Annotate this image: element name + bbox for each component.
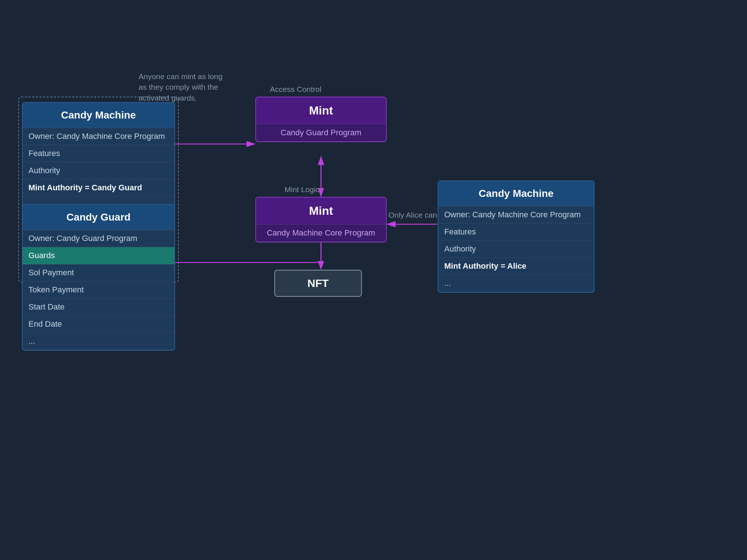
nft-title: NFT xyxy=(275,271,361,296)
row-ellipsis-cg: ... xyxy=(23,333,174,350)
row-authority-right: Authority xyxy=(438,241,594,258)
row-start-date: Start Date xyxy=(23,299,174,316)
row-mint-authority-candy-guard: Mint Authority = Candy Guard xyxy=(23,179,174,197)
row-sol-payment: Sol Payment xyxy=(23,264,174,281)
row-owner-cm-right: Owner: Candy Machine Core Program xyxy=(438,206,594,223)
row-authority-left: Authority xyxy=(23,162,174,179)
mint-bottom-subtitle: Candy Machine Core Program xyxy=(256,225,386,242)
mint-top-title: Mint xyxy=(256,97,386,124)
row-ellipsis-cm-right: ... xyxy=(438,275,594,292)
candy-guard-card: Candy Guard Owner: Candy Guard Program G… xyxy=(22,204,175,351)
candy-machine-left-title: Candy Machine xyxy=(23,103,174,128)
mint-logic-label: Mint Logic xyxy=(285,184,320,195)
mint-bottom-body: Candy Machine Core Program xyxy=(256,224,386,242)
row-mint-authority-alice: Mint Authority = Alice xyxy=(438,258,594,275)
row-guards: Guards xyxy=(23,247,174,264)
row-token-payment: Token Payment xyxy=(23,281,174,299)
row-owner-cm-left: Owner: Candy Machine Core Program xyxy=(23,128,174,145)
candy-machine-right-card: Candy Machine Owner: Candy Machine Core … xyxy=(438,180,595,293)
mint-bottom-card: Mint Candy Machine Core Program xyxy=(255,197,387,242)
annotation-anyone-label: Anyone can mint as long as they comply w… xyxy=(139,71,226,103)
diagram-container: Anyone can mint as long as they comply w… xyxy=(0,0,747,560)
candy-machine-right-body: Owner: Candy Machine Core Program Featur… xyxy=(438,206,594,292)
candy-guard-title: Candy Guard xyxy=(23,205,174,230)
candy-machine-left-body: Owner: Candy Machine Core Program Featur… xyxy=(23,128,174,214)
candy-machine-right-title: Candy Machine xyxy=(438,181,594,206)
row-features-left: Features xyxy=(23,145,174,162)
row-end-date: End Date xyxy=(23,316,174,333)
mint-top-subtitle: Candy Guard Program xyxy=(256,124,386,141)
mint-bottom-title: Mint xyxy=(256,198,386,224)
mint-top-card: Mint Candy Guard Program xyxy=(255,97,387,142)
row-owner-cg: Owner: Candy Guard Program xyxy=(23,230,174,247)
nft-card: NFT xyxy=(274,270,362,297)
candy-machine-left-card: Candy Machine Owner: Candy Machine Core … xyxy=(22,102,175,214)
candy-guard-body: Owner: Candy Guard Program Guards Sol Pa… xyxy=(23,230,174,350)
row-features-right: Features xyxy=(438,223,594,241)
mint-top-body: Candy Guard Program xyxy=(256,124,386,141)
access-control-label: Access Control xyxy=(270,84,321,94)
